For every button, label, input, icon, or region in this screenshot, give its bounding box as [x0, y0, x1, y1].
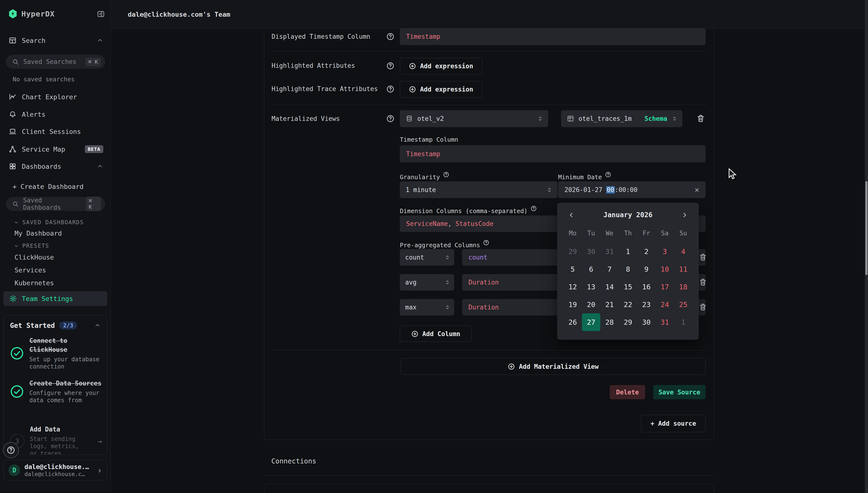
calendar-day[interactable]: 3	[655, 243, 674, 260]
database-select[interactable]: otel_v2	[400, 110, 548, 127]
help-button[interactable]	[3, 442, 19, 458]
help-icon[interactable]	[605, 171, 611, 178]
button-label: Add expression	[420, 86, 473, 93]
calendar-next-icon[interactable]	[681, 211, 688, 219]
calendar-day[interactable]: 29	[619, 313, 637, 331]
calendar-day[interactable]: 10	[655, 260, 674, 278]
user-menu[interactable]: D dale@clickhouse.… dale@clickhouse.c… ›	[3, 460, 107, 480]
add-materialized-view-button[interactable]: Add Materialized View	[401, 358, 706, 375]
logo[interactable]: HyperDX	[9, 9, 55, 18]
calendar-day[interactable]: 19	[564, 296, 582, 313]
calendar-prev-icon[interactable]	[568, 211, 575, 219]
calendar-month-title[interactable]: January 2026	[575, 211, 681, 219]
calendar-day[interactable]: 12	[564, 278, 582, 296]
calendar-day[interactable]: 29	[564, 243, 582, 260]
sidebar-item-chart-explorer[interactable]: Chart Explorer	[9, 91, 103, 102]
calendar-day[interactable]: 25	[674, 296, 692, 313]
table-select[interactable]: otel_traces_1m Schema	[561, 110, 682, 127]
calendar-day[interactable]: 18	[674, 278, 692, 296]
help-icon[interactable]	[530, 205, 537, 212]
get-started-item-sources[interactable]: Create Data Sources Configure where your…	[10, 379, 102, 404]
calendar-day[interactable]: 16	[637, 278, 655, 296]
delete-button[interactable]: Delete	[610, 385, 645, 399]
sidebar-item-services[interactable]: Services	[15, 266, 46, 274]
calendar-day[interactable]: 20	[582, 296, 600, 313]
sidebar-item-my-dashboard[interactable]: My Dashboard	[15, 230, 62, 237]
aggregation-fn-select[interactable]: avg	[400, 274, 454, 291]
schema-badge[interactable]: Schema	[644, 115, 667, 122]
create-dashboard-button[interactable]: + Create Dashboard	[13, 181, 107, 192]
minimum-date-input[interactable]: 2026-01-27 00:00:00 ×	[558, 181, 706, 198]
calendar-day[interactable]: 13	[582, 278, 600, 296]
aggregation-fn-select[interactable]: max	[400, 299, 454, 316]
delete-column-icon[interactable]	[699, 303, 707, 311]
section-saved-dashboards[interactable]: SAVED DASHBOARDS	[14, 219, 84, 226]
calendar-day[interactable]: 21	[600, 296, 619, 313]
calendar-day[interactable]: 5	[564, 260, 582, 278]
sidebar-item-dashboards[interactable]: Dashboards	[9, 161, 103, 172]
calendar-day[interactable]: 7	[600, 260, 619, 278]
add-expression-button[interactable]: Add expression	[400, 81, 482, 98]
add-column-button[interactable]: Add Column	[400, 326, 471, 342]
service-map-icon	[9, 145, 17, 153]
calendar-day[interactable]: 30	[637, 313, 655, 331]
calendar-day[interactable]: 15	[619, 278, 637, 296]
calendar-day[interactable]: 6	[582, 260, 600, 278]
calendar-day[interactable]: 14	[600, 278, 619, 296]
scrollbar-thumb[interactable]	[865, 181, 868, 275]
saved-dashboards-input[interactable]: Saved Dashboards ⌘ K	[6, 197, 105, 211]
calendar-day[interactable]: 30	[582, 243, 600, 260]
help-icon[interactable]	[386, 62, 395, 70]
calendar-day-selected[interactable]: 27	[582, 313, 600, 331]
help-icon[interactable]	[386, 33, 395, 41]
granularity-select[interactable]: 1 minute	[400, 181, 558, 198]
sidebar-item-client-sessions[interactable]: Client Sessions	[9, 126, 103, 137]
sidebar-collapse-icon[interactable]	[96, 9, 106, 19]
sidebar-item-label: Dashboards	[22, 163, 61, 170]
calendar-day[interactable]: 28	[600, 313, 619, 331]
aggregation-fn-select[interactable]: count	[400, 249, 454, 265]
calendar-day[interactable]: 31	[655, 313, 674, 331]
get-started-item-add-data[interactable]: 3 Add Data Start sending logs, metrics, …	[10, 425, 102, 455]
calendar-day[interactable]: 31	[600, 243, 619, 260]
calendar-day[interactable]: 9	[637, 260, 655, 278]
clear-date-icon[interactable]: ×	[695, 185, 699, 194]
chevron-up-icon	[94, 322, 101, 328]
help-icon[interactable]	[443, 171, 449, 178]
highlighted-trace-attributes-label: Highlighted Trace Attributes	[271, 85, 378, 92]
calendar-day[interactable]: 22	[619, 296, 637, 313]
delete-column-icon[interactable]	[699, 278, 707, 286]
help-icon[interactable]	[386, 114, 395, 123]
saved-searches-input[interactable]: Saved Searches ⌘ K	[6, 55, 105, 69]
calendar-day[interactable]: 8	[619, 260, 637, 278]
sidebar-item-team-settings[interactable]: Team Settings	[3, 291, 107, 306]
help-icon[interactable]	[386, 85, 395, 93]
calendar-day[interactable]: 11	[674, 260, 692, 278]
displayed-timestamp-input[interactable]: Timestamp	[400, 28, 706, 45]
add-expression-button[interactable]: Add expression	[400, 58, 482, 74]
section-presets[interactable]: PRESETS	[14, 243, 49, 249]
calendar-day[interactable]: 24	[655, 296, 674, 313]
get-started-header[interactable]: Get Started 2/3	[10, 321, 101, 329]
calendar-day[interactable]: 17	[655, 278, 674, 296]
sidebar-item-clickhouse[interactable]: ClickHouse	[15, 254, 54, 261]
save-source-button[interactable]: Save Source	[653, 385, 706, 399]
add-source-button[interactable]: + Add source	[641, 415, 706, 432]
sidebar-item-alerts[interactable]: Alerts	[9, 109, 103, 120]
sidebar-item-kubernetes[interactable]: Kubernetes	[15, 279, 54, 287]
calendar-day[interactable]: 1	[674, 313, 692, 331]
sidebar-item-search[interactable]: Search	[9, 35, 103, 46]
get-started-item-connect[interactable]: Connect to ClickHouse Set up your databa…	[10, 336, 102, 370]
delete-materialized-view-icon[interactable]	[697, 114, 705, 123]
delete-column-icon[interactable]	[699, 253, 707, 261]
sidebar-item-service-map[interactable]: Service Map BETA	[9, 144, 103, 154]
calendar-day[interactable]: 4	[674, 243, 692, 260]
calendar-day[interactable]: 2	[637, 243, 655, 260]
highlighted-attributes-label: Highlighted Attributes	[271, 62, 355, 69]
calendar-day[interactable]: 23	[637, 296, 655, 313]
timestamp-column-input[interactable]: Timestamp	[400, 145, 706, 163]
calendar-day[interactable]: 26	[564, 313, 582, 331]
help-icon[interactable]	[483, 239, 489, 246]
calendar-day[interactable]: 1	[619, 243, 637, 260]
select-value: otel_traces_1m	[579, 115, 632, 122]
